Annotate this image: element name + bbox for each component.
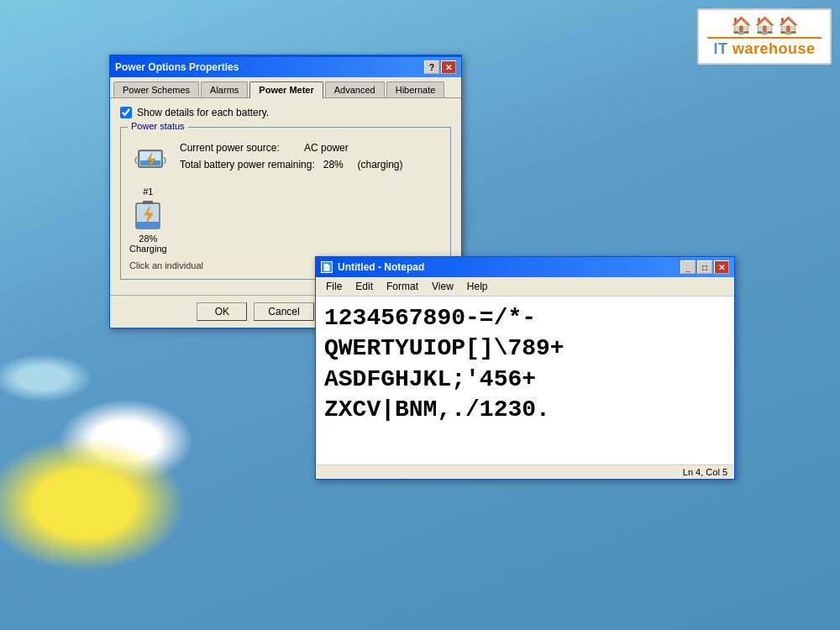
notepad-line-2: QWERTYUIOP[]\789+: [324, 333, 726, 364]
house-icon-3: 🏠: [778, 15, 799, 35]
notepad-line-3: ASDFGHJKL;'456+: [324, 365, 726, 395]
notepad-line-4: ZXCV|BNM,./1230.: [324, 395, 726, 425]
battery-pct: 28%: [139, 234, 157, 244]
notepad-maximize-button[interactable]: □: [697, 260, 712, 274]
tab-advanced[interactable]: Advanced: [325, 81, 385, 97]
cursor-position: Ln 4, Col 5: [683, 467, 727, 477]
logo-line-top: [707, 37, 822, 39]
ok-button[interactable]: OK: [197, 302, 247, 321]
notepad-titlebar: 📄 Untitled - Notepad _ □ ✕: [316, 257, 734, 277]
menu-help[interactable]: Help: [460, 279, 495, 294]
notepad-content[interactable]: 1234567890-=/*- QWERTYUIOP[]\789+ ASDFGH…: [316, 297, 734, 465]
it-warehouse-logo: 🏠 🏠 🏠 IT warehouse: [697, 8, 832, 65]
notepad-title: Untitled - Notepad: [338, 261, 424, 273]
show-details-row: Show details for each battery.: [120, 107, 451, 118]
battery-remaining-label: Total battery power remaining:: [180, 159, 315, 171]
notepad-statusbar: Ln 4, Col 5: [316, 465, 734, 479]
battery-main-icon: [132, 142, 169, 179]
battery-remaining-value: 28%: [323, 159, 344, 171]
notepad-close-button[interactable]: ✕: [714, 260, 729, 274]
power-status-content: Current power source: AC power Total bat…: [129, 136, 442, 181]
tab-power-schemes[interactable]: Power Schemes: [113, 81, 199, 97]
menu-edit[interactable]: Edit: [349, 279, 380, 294]
show-details-label: Show details for each battery.: [137, 107, 269, 118]
notepad-menubar: File Edit Format View Help: [316, 277, 734, 297]
battery-small-icon: [133, 200, 163, 234]
battery-item-1: #1 28% Charging: [129, 186, 167, 254]
logo-icons: 🏠 🏠 🏠: [707, 15, 822, 35]
battery-status: (charging): [357, 159, 402, 171]
battery-items: #1 28% Charging: [129, 186, 442, 254]
menu-file[interactable]: File: [319, 279, 349, 294]
menu-format[interactable]: Format: [380, 279, 425, 294]
logo-text: IT warehouse: [707, 40, 822, 58]
notepad-line-1: 1234567890-=/*-: [324, 303, 726, 333]
notepad-title-left: 📄 Untitled - Notepad: [321, 261, 424, 273]
close-button[interactable]: ✕: [441, 60, 456, 74]
tab-power-meter[interactable]: Power Meter: [249, 81, 323, 98]
notepad-minimize-button[interactable]: _: [680, 260, 696, 274]
svg-rect-5: [136, 222, 160, 228]
svg-rect-6: [143, 201, 153, 204]
house-icon-1: 🏠: [731, 15, 752, 35]
battery-icon-area: [129, 139, 171, 181]
battery-number: #1: [143, 186, 153, 197]
logo-warehouse: warehouse: [727, 40, 815, 57]
current-source-row: Current power source: AC power: [180, 139, 403, 156]
tab-hibernate[interactable]: Hibernate: [386, 81, 445, 97]
titlebar-buttons: ? ✕: [424, 60, 456, 74]
group-box-label: Power status: [128, 121, 188, 131]
current-source-value: AC power: [304, 142, 349, 154]
tab-alarms[interactable]: Alarms: [201, 81, 248, 97]
power-info: Current power source: AC power Total bat…: [180, 139, 403, 174]
house-icon-2: 🏠: [754, 15, 775, 35]
notepad-app-icon: 📄: [321, 261, 333, 273]
power-dialog-titlebar: Power Options Properties ? ✕: [110, 57, 461, 77]
show-details-checkbox[interactable]: [120, 107, 132, 118]
menu-view[interactable]: View: [425, 279, 460, 294]
help-button[interactable]: ?: [424, 60, 439, 74]
notepad-titlebar-buttons: _ □ ✕: [680, 260, 729, 274]
cancel-button[interactable]: Cancel: [254, 302, 313, 321]
battery-remaining-row: Total battery power remaining: 28% (char…: [180, 156, 403, 173]
notepad-dialog: 📄 Untitled - Notepad _ □ ✕ File Edit For…: [315, 256, 735, 480]
power-dialog-title: Power Options Properties: [115, 61, 239, 73]
tabs-row: Power Schemes Alarms Power Meter Advance…: [110, 77, 461, 98]
current-source-label: Current power source:: [180, 142, 280, 154]
logo-it: IT: [713, 40, 727, 57]
battery-label-text: Charging: [129, 244, 167, 254]
